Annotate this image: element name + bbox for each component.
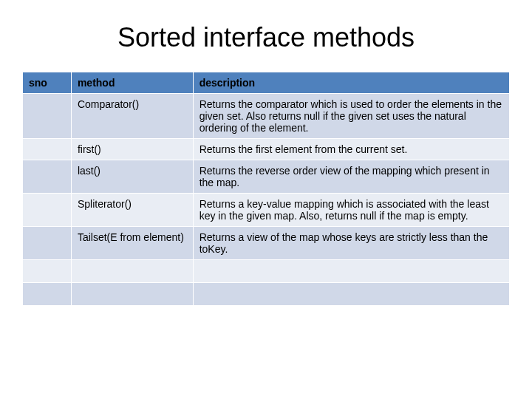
table-row (23, 283, 510, 306)
cell-description: Returns a view of the map whose keys are… (193, 227, 509, 260)
cell-sno (23, 194, 72, 227)
cell-description: Returns the first element from the curre… (193, 139, 509, 160)
cell-sno (23, 94, 72, 139)
cell-sno (23, 283, 72, 306)
table-row: first() Returns the first element from t… (23, 139, 510, 160)
cell-description: Returns a key-value mapping which is ass… (193, 194, 509, 227)
cell-method: Spliterator() (71, 194, 193, 227)
methods-table: sno method description Comparator() Retu… (22, 72, 510, 306)
table-row (23, 260, 510, 283)
table-header-row: sno method description (23, 72, 510, 94)
cell-method (71, 283, 193, 306)
cell-method: Comparator() (71, 94, 193, 139)
header-description: description (193, 72, 509, 94)
table-row: Comparator() Returns the comparator whic… (23, 94, 510, 139)
cell-method: last() (71, 160, 193, 194)
table-row: Spliterator() Returns a key-value mappin… (23, 194, 510, 227)
cell-description (193, 260, 509, 283)
header-method: method (71, 72, 193, 94)
cell-sno (23, 260, 72, 283)
header-sno: sno (23, 72, 72, 94)
cell-sno (23, 160, 72, 194)
cell-description: Returns the comparator which is used to … (193, 94, 509, 139)
cell-description (193, 283, 509, 306)
cell-method: Tailset(E from element) (71, 227, 193, 260)
table-row: last() Returns the reverse order view of… (23, 160, 510, 194)
page-title: Sorted interface methods (22, 22, 510, 53)
cell-description: Returns the reverse order view of the ma… (193, 160, 509, 194)
cell-method (71, 260, 193, 283)
cell-sno (23, 139, 72, 160)
cell-sno (23, 227, 72, 260)
cell-method: first() (71, 139, 193, 160)
table-row: Tailset(E from element) Returns a view o… (23, 227, 510, 260)
slide: Sorted interface methods sno method desc… (0, 0, 532, 321)
